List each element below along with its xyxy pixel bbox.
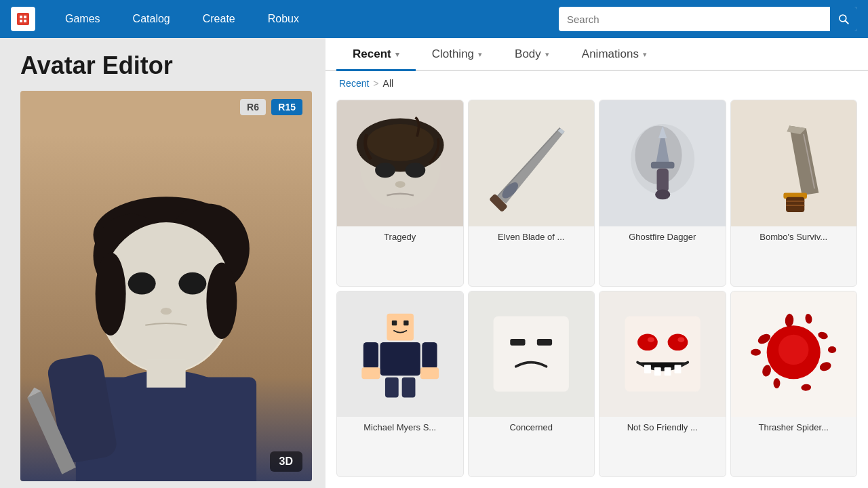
item-card-notfriendly[interactable]: Not So Friendly ... <box>599 291 726 478</box>
tab-clothing[interactable]: Clothing ▾ <box>416 38 498 71</box>
nav-create[interactable]: Create <box>186 0 252 38</box>
nav-links: Games Catalog Create Robux <box>49 0 315 38</box>
svg-rect-39 <box>650 161 674 168</box>
svg-rect-45 <box>786 197 804 211</box>
svg-point-19 <box>178 272 206 295</box>
svg-point-18 <box>128 272 156 295</box>
svg-rect-52 <box>363 342 378 369</box>
svg-rect-68 <box>664 367 671 375</box>
item-thumb-tragedy <box>337 100 463 226</box>
tab-animations[interactable]: Animations ▾ <box>566 38 663 71</box>
svg-rect-48 <box>387 314 414 341</box>
item-card-elven[interactable]: Elven Blade of ... <box>468 100 595 287</box>
item-thumb-michael <box>337 291 463 418</box>
svg-rect-3 <box>20 20 22 22</box>
item-name-ghostfire: Ghostfire Dagger <box>599 226 726 249</box>
svg-point-74 <box>818 361 832 373</box>
avatar-image <box>20 91 312 481</box>
svg-rect-54 <box>361 367 380 379</box>
svg-rect-67 <box>654 367 660 375</box>
svg-rect-55 <box>420 367 438 379</box>
svg-point-63 <box>667 334 688 351</box>
breadcrumb-separator: > <box>373 78 378 89</box>
tabs-bar: Recent ▾ Clothing ▾ Body ▾ Animations ▾ <box>326 38 868 71</box>
chevron-down-icon: ▾ <box>545 50 549 59</box>
svg-point-41 <box>655 189 670 199</box>
svg-point-64 <box>647 338 654 342</box>
svg-point-27 <box>375 163 395 178</box>
svg-rect-51 <box>380 342 420 375</box>
tab-recent[interactable]: Recent ▾ <box>336 38 416 71</box>
svg-rect-57 <box>401 378 415 398</box>
breadcrumb-parent[interactable]: Recent <box>339 78 369 89</box>
navbar: Games Catalog Create Robux <box>0 0 868 38</box>
chevron-down-icon: ▾ <box>395 50 399 59</box>
svg-point-20 <box>161 308 172 314</box>
search-input[interactable] <box>559 7 830 31</box>
item-card-bombo[interactable]: Bombo's Surviv... <box>730 100 858 287</box>
search-icon <box>837 13 850 25</box>
item-name-concerned: Concerned <box>469 417 595 439</box>
item-card-thrasher[interactable]: Thrasher Spider... <box>730 291 858 478</box>
svg-point-76 <box>804 313 812 324</box>
tab-body[interactable]: Body ▾ <box>498 38 566 71</box>
svg-rect-59 <box>510 339 525 346</box>
svg-point-22 <box>96 252 126 336</box>
nav-catalog[interactable]: Catalog <box>117 0 186 38</box>
item-name-thrasher: Thrasher Spider... <box>731 417 857 439</box>
svg-rect-61 <box>625 317 700 392</box>
svg-rect-2 <box>24 16 26 18</box>
svg-rect-58 <box>494 317 569 392</box>
svg-point-28 <box>405 163 425 178</box>
item-name-michael: Michael Myers S... <box>337 417 463 439</box>
main-content: Avatar Editor <box>0 38 868 488</box>
svg-rect-49 <box>391 321 396 325</box>
svg-rect-50 <box>403 321 408 325</box>
breadcrumb-current: All <box>383 78 394 89</box>
nav-robux[interactable]: Robux <box>252 0 315 38</box>
svg-point-72 <box>817 331 829 340</box>
chevron-down-icon: ▾ <box>478 50 482 59</box>
svg-point-80 <box>828 346 836 353</box>
svg-point-79 <box>751 349 761 356</box>
page-title: Avatar Editor <box>20 52 312 80</box>
item-thumb-concerned <box>469 291 595 418</box>
roblox-logo[interactable] <box>11 7 35 31</box>
breadcrumb: Recent > All <box>326 71 868 96</box>
item-thumb-notfriendly <box>599 291 726 418</box>
item-card-concerned[interactable]: Concerned <box>468 291 595 478</box>
svg-rect-21 <box>146 360 185 388</box>
item-name-bombo: Bombo's Surviv... <box>731 226 857 249</box>
svg-point-77 <box>774 378 781 388</box>
svg-rect-66 <box>644 365 651 373</box>
item-card-tragedy[interactable]: Tragedy <box>336 100 464 287</box>
left-panel: Avatar Editor <box>0 38 326 488</box>
item-name-elven: Elven Blade of ... <box>469 226 595 249</box>
nav-games[interactable]: Games <box>49 0 117 38</box>
svg-rect-56 <box>384 378 398 398</box>
svg-rect-69 <box>674 365 681 373</box>
svg-rect-1 <box>20 16 22 18</box>
svg-line-6 <box>846 21 848 24</box>
svg-point-65 <box>677 338 684 342</box>
item-card-michael[interactable]: Michael Myers S... <box>336 291 464 478</box>
item-name-notfriendly: Not So Friendly ... <box>599 417 726 439</box>
item-card-ghostfire[interactable]: Ghostfire Dagger <box>599 100 726 287</box>
r15-badge[interactable]: R15 <box>271 99 302 115</box>
svg-rect-40 <box>656 168 668 192</box>
svg-rect-60 <box>537 339 552 346</box>
svg-point-62 <box>637 334 658 351</box>
svg-rect-0 <box>17 13 29 25</box>
item-name-tragedy: Tragedy <box>337 226 463 249</box>
search-button[interactable] <box>830 7 857 31</box>
chevron-down-icon: ▾ <box>643 50 647 59</box>
item-thumb-elven <box>469 100 595 226</box>
svg-point-23 <box>206 263 237 340</box>
svg-rect-4 <box>24 20 26 22</box>
3d-badge[interactable]: 3D <box>270 451 302 472</box>
search-container <box>559 7 857 31</box>
svg-point-75 <box>785 313 794 327</box>
right-panel: Recent ▾ Clothing ▾ Body ▾ Animations ▾ … <box>326 38 868 488</box>
svg-rect-53 <box>422 342 437 369</box>
r6-badge[interactable]: R6 <box>240 99 266 115</box>
